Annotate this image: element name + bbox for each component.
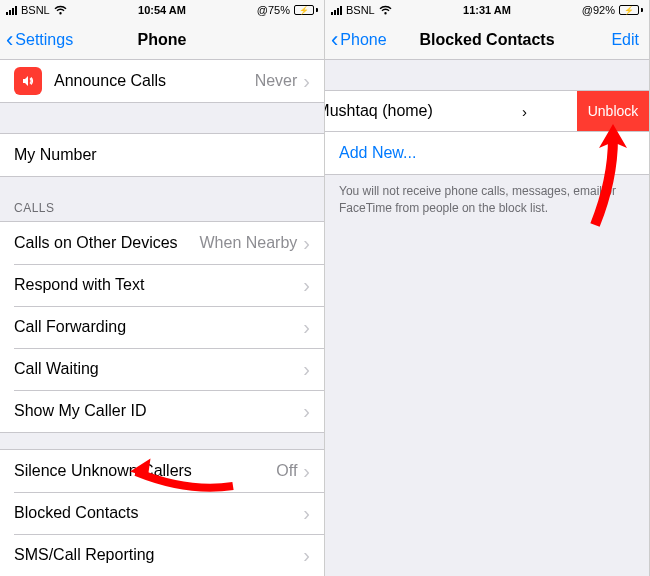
respond-with-text-row[interactable]: Respond with Text › [0, 264, 324, 306]
edit-button[interactable]: Edit [611, 31, 639, 49]
unblock-button[interactable]: Unblock [577, 91, 649, 131]
section-header-calls: CALLS [0, 195, 324, 221]
nav-title: Phone [0, 31, 324, 49]
contact-name: n Mushtaq (home) [325, 102, 522, 120]
silence-unknown-row[interactable]: Silence Unknown Callers Off › [0, 450, 324, 492]
announce-calls-row[interactable]: Announce Calls Never › [0, 60, 324, 102]
my-number-label: My Number [14, 146, 310, 164]
call-forwarding-row[interactable]: Call Forwarding › [0, 306, 324, 348]
call-waiting-row[interactable]: Call Waiting › [0, 348, 324, 390]
chevron-right-icon: › [522, 103, 527, 120]
chevron-right-icon: › [303, 460, 310, 483]
chevron-right-icon: › [303, 544, 310, 567]
blocked-contact-row[interactable]: n Mushtaq (home) › Unblock [325, 90, 649, 132]
show-caller-id-row[interactable]: Show My Caller ID › [0, 390, 324, 432]
blocked-contacts-row[interactable]: Blocked Contacts › [0, 492, 324, 534]
status-time: 10:54 AM [0, 4, 324, 16]
add-new-button[interactable]: Add New... [325, 132, 649, 174]
chevron-right-icon: › [303, 232, 310, 255]
nav-bar: ‹ Settings Phone [0, 20, 324, 60]
blocked-contacts-screen: BSNL 11:31 AM @92% ⚡ ‹ Phone Blocked Con… [325, 0, 650, 576]
chevron-right-icon: › [303, 358, 310, 381]
announce-calls-label: Announce Calls [54, 72, 255, 90]
nav-bar: ‹ Phone Blocked Contacts Edit [325, 20, 649, 60]
chevron-right-icon: › [303, 502, 310, 525]
phone-settings-screen: BSNL 10:54 AM @75% ⚡ ‹ Settings Phone An… [0, 0, 325, 576]
status-bar: BSNL 11:31 AM @92% ⚡ [325, 0, 649, 20]
chevron-right-icon: › [303, 274, 310, 297]
announce-calls-value: Never [255, 72, 298, 90]
chevron-right-icon: › [303, 70, 310, 93]
calls-other-devices-row[interactable]: Calls on Other Devices When Nearby › [0, 222, 324, 264]
status-time: 11:31 AM [325, 4, 649, 16]
chevron-right-icon: › [303, 400, 310, 423]
footer-text: You will not receive phone calls, messag… [325, 175, 649, 225]
my-number-row[interactable]: My Number [0, 134, 324, 176]
sms-call-reporting-row[interactable]: SMS/Call Reporting › [0, 534, 324, 576]
speaker-icon [14, 67, 42, 95]
chevron-right-icon: › [303, 316, 310, 339]
nav-title: Blocked Contacts [325, 31, 649, 49]
status-bar: BSNL 10:54 AM @75% ⚡ [0, 0, 324, 20]
